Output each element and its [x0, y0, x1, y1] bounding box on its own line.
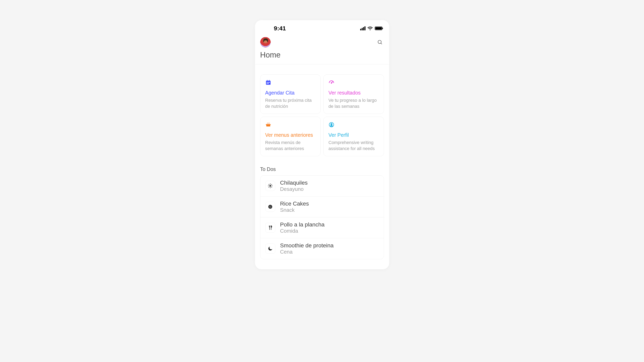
svg-rect-3	[267, 82, 268, 83]
todo-row-rice-cakes[interactable]: Rice Cakes Snack	[260, 196, 384, 217]
todo-row-pollo[interactable]: Pollo a la plancha Comida	[260, 217, 384, 238]
svg-line-22	[269, 187, 269, 187]
svg-point-0	[378, 40, 381, 43]
svg-line-21	[271, 187, 272, 187]
todo-text: Chilaquiles Desayuno	[280, 180, 308, 192]
search-icon	[377, 40, 382, 45]
svg-rect-8	[267, 80, 268, 81]
todo-title: Smoothie de proteina	[280, 242, 334, 249]
cards-grid: Agendar Cita Reserva tu próxima cita de …	[255, 64, 389, 160]
svg-line-23	[271, 184, 272, 185]
svg-rect-7	[268, 83, 269, 84]
card-ver-resultados[interactable]: Ver resultados Ve tu progreso a lo largo…	[324, 74, 384, 114]
card-ver-perfil[interactable]: Ver Perfil Comprehensive writing assista…	[324, 117, 384, 156]
todo-sub: Cena	[280, 249, 334, 255]
todo-sub: Snack	[280, 207, 309, 213]
status-time: 9:41	[262, 25, 286, 32]
card-title: Ver Perfil	[328, 132, 379, 138]
todo-sub: Comida	[280, 228, 324, 234]
sun-icon	[265, 181, 275, 191]
status-icons	[360, 26, 382, 30]
svg-point-15	[269, 185, 271, 187]
avatar[interactable]	[260, 37, 271, 47]
todo-title: Rice Cakes	[280, 201, 309, 207]
calendar-icon	[265, 79, 271, 85]
svg-point-28	[270, 207, 270, 208]
card-desc: Ve tu progreso a lo largo de las semanas	[328, 97, 379, 109]
svg-point-24	[268, 205, 272, 209]
signal-icon	[360, 26, 366, 30]
svg-rect-12	[266, 124, 271, 125]
battery-icon	[375, 26, 382, 30]
svg-rect-4	[268, 82, 269, 83]
utensils-icon	[265, 223, 275, 233]
profile-icon	[328, 122, 334, 128]
cookie-icon	[265, 202, 275, 212]
page-title: Home	[255, 47, 389, 64]
status-bar: 9:41	[255, 20, 389, 34]
todo-row-chilaquiles[interactable]: Chilaquiles Desayuno	[260, 176, 384, 196]
svg-line-20	[269, 184, 269, 185]
moon-icon	[265, 244, 275, 254]
gauge-icon	[328, 79, 334, 85]
card-title: Ver menus anteriores	[265, 132, 316, 138]
todo-text: Rice Cakes Snack	[280, 201, 309, 213]
svg-line-1	[381, 43, 382, 44]
svg-rect-6	[267, 83, 268, 84]
card-desc: Comprehensive writing assistance for all…	[328, 140, 379, 151]
svg-point-14	[331, 123, 332, 125]
header-row	[255, 34, 389, 47]
phone-frame: 9:41 Home	[255, 20, 389, 269]
todos-panel: Chilaquiles Desayuno Rice Cakes Snack	[260, 175, 384, 259]
todo-sub: Desayuno	[280, 186, 308, 192]
card-agendar-cita[interactable]: Agendar Cita Reserva tu próxima cita de …	[260, 74, 321, 114]
pot-icon	[265, 122, 271, 128]
card-desc: Reserva tu próxima cita de nutrición	[265, 97, 316, 109]
card-ver-menus[interactable]: Ver menus anteriores Revista menús de se…	[260, 117, 321, 156]
todo-title: Chilaquiles	[280, 180, 308, 186]
card-title: Ver resultados	[328, 90, 379, 96]
svg-point-27	[270, 207, 271, 208]
svg-point-25	[269, 206, 270, 207]
card-title: Agendar Cita	[265, 90, 316, 96]
todo-text: Pollo a la plancha Comida	[280, 221, 324, 234]
card-desc: Revista menús de semanas anteriores	[265, 140, 316, 151]
search-button[interactable]	[376, 38, 384, 46]
wifi-icon	[368, 26, 373, 30]
section-title-todos: To Dos	[255, 160, 389, 175]
svg-point-10	[331, 83, 332, 83]
todo-title: Pollo a la plancha	[280, 221, 324, 228]
todo-text: Smoothie de proteina Cena	[280, 242, 334, 255]
svg-rect-9	[269, 80, 270, 81]
svg-point-26	[270, 206, 271, 206]
todo-row-smoothie[interactable]: Smoothie de proteina Cena	[260, 238, 384, 259]
svg-rect-5	[269, 82, 270, 83]
